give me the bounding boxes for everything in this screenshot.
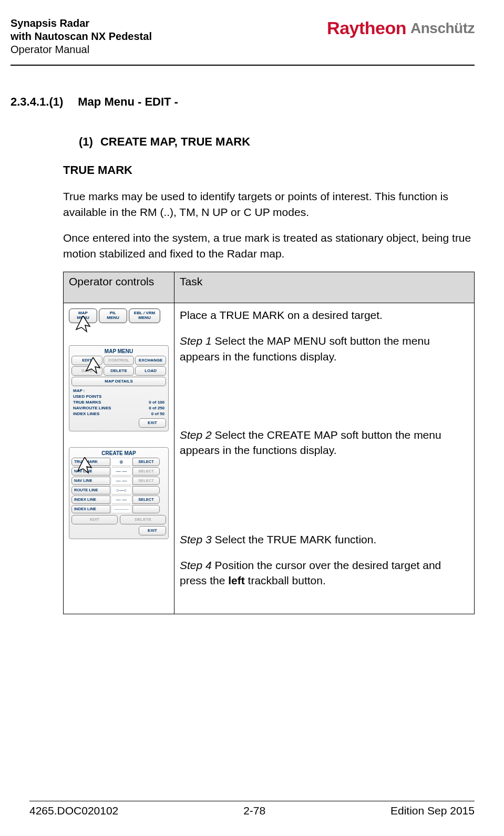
section-number: 2.3.4.1.(1)	[11, 95, 63, 109]
section-heading: 2.3.4.1.(1) Map Menu - EDIT -	[11, 95, 475, 109]
true-mark-select-button[interactable]: SELECT	[132, 458, 160, 466]
svg-marker-2	[78, 457, 91, 473]
step-4-label: Step 4	[180, 559, 212, 571]
nav-line-select-button[interactable]: SELECT	[132, 467, 160, 476]
cell-task: Place a TRUE MARK on a desired target. S…	[174, 303, 475, 614]
header-left: Synapsis Radar with Nautoscan NX Pedesta…	[11, 17, 152, 56]
task-table: Operator controls Task MAP MENU PIL	[63, 272, 475, 614]
ebl-vrm-label-2: MENU	[138, 316, 151, 320]
create-edit-button[interactable]: EDIT	[71, 515, 118, 524]
create-map-title: CREATE MAP	[71, 450, 166, 456]
index-lines-label: INDEX LINES	[73, 411, 99, 416]
index-line-option[interactable]: INDEX LINE	[71, 496, 110, 504]
index-line-select-button[interactable]: SELECT	[132, 496, 160, 504]
footer-page-number: 2-78	[243, 804, 265, 817]
index-line-option-2[interactable]: INDEX LINE	[71, 505, 110, 513]
svg-marker-0	[76, 316, 90, 332]
step-2-label: Step 2	[180, 429, 212, 441]
paragraph-2: Once entered into the system, a true mar…	[11, 230, 475, 262]
nav-line-option-2[interactable]: NAV LINE	[71, 477, 110, 485]
nav-line-symbol-2-icon: — —	[112, 477, 131, 485]
true-marks-value: 0 of 100	[149, 400, 164, 405]
delete-button[interactable]: DELETE	[104, 366, 135, 376]
task-place: Place a TRUE MARK on a desired target.	[180, 307, 469, 323]
doc-subtitle: Operator Manual	[11, 43, 152, 56]
task-step-3: Step 3 Select the TRUE MARK function.	[180, 532, 469, 547]
th-operator-controls: Operator controls	[64, 272, 174, 303]
header-right: Raytheon Anschütz	[327, 17, 475, 38]
true-mark-symbol-icon: ⊕	[112, 458, 131, 466]
footer-doc-id: 4265.DOC020102	[29, 804, 118, 817]
route-line-symbol-icon: ○—○	[112, 486, 131, 494]
ebl-vrm-menu-button[interactable]: EBL / VRM MENU	[129, 308, 160, 323]
step-4-text-b: trackball button.	[245, 574, 326, 586]
index-line-symbol-icon: — —	[112, 496, 131, 504]
route-line-option[interactable]: ROUTE LINE	[71, 486, 110, 494]
map-menu-title: MAP MENU	[71, 348, 166, 354]
route-line-select-button[interactable]	[132, 486, 160, 494]
step-4-bold: left	[228, 574, 245, 586]
nav-route-lines-value: 0 of 250	[149, 406, 164, 410]
cursor-arrow-icon	[75, 316, 91, 333]
paragraph-1: True marks may be used to identify targe…	[11, 189, 475, 221]
index-lines-value: 0 of 50	[151, 411, 164, 416]
brand-anschutz: Anschütz	[410, 20, 475, 37]
doc-title-2: with Nautoscan NX Pedestal	[11, 30, 152, 43]
page-header: Synapsis Radar with Nautoscan NX Pedesta…	[11, 17, 475, 61]
figure-map-menu: MAP MENU EDIT CONTROL EXCHANGE SAVE DELE…	[69, 345, 169, 431]
cell-operator-controls: MAP MENU PIL MENU EBL / VRM MENU	[64, 303, 174, 614]
step-2-text: Select the CREATE MAP soft button the me…	[180, 429, 441, 456]
svg-marker-1	[86, 357, 100, 373]
create-delete-button[interactable]: DELETE	[120, 515, 166, 524]
pil-menu-button[interactable]: PIL MENU	[99, 308, 127, 323]
index-line-symbol-2-icon: ···········	[112, 505, 131, 513]
used-points-label: USED POINTS	[73, 394, 101, 399]
step-1-label: Step 1	[180, 335, 212, 347]
figure-softkeys: MAP MENU PIL MENU EBL / VRM MENU	[69, 308, 169, 323]
nav-line-symbol-icon: — —	[112, 467, 131, 476]
exchange-button[interactable]: EXCHANGE	[135, 356, 166, 365]
step-3-label: Step 3	[180, 533, 212, 545]
exit-button[interactable]: EXIT	[139, 418, 166, 428]
create-exit-button[interactable]: EXIT	[139, 526, 166, 535]
index-line-select-button-2[interactable]	[132, 505, 160, 513]
section-title: Map Menu - EDIT -	[78, 95, 178, 109]
step-1-text: Select the MAP MENU soft button the menu…	[180, 335, 430, 362]
brand-raytheon: Raytheon	[327, 18, 406, 38]
subsection-number: (1)	[79, 135, 93, 149]
th-task: Task	[174, 272, 475, 303]
task-step-2: Step 2 Select the CREATE MAP soft button…	[180, 427, 469, 458]
task-step-4: Step 4 Position the cursor over the desi…	[180, 558, 469, 589]
subsection-title: CREATE MAP, TRUE MARK	[100, 135, 250, 149]
map-label: MAP :	[73, 388, 85, 393]
sub-heading: TRUE MARK	[11, 163, 475, 177]
nav-route-lines-label: NAV/ROUTE LINES	[73, 406, 111, 410]
control-button[interactable]: CONTROL	[104, 356, 135, 365]
step-3-text: Select the TRUE MARK function.	[212, 533, 377, 545]
pil-menu-label-2: MENU	[107, 316, 119, 320]
nav-line-select-button-2[interactable]: SELECT	[132, 477, 160, 485]
page-footer: 4265.DOC020102 2-78 Edition Sep 2015	[29, 801, 475, 817]
load-button[interactable]: LOAD	[135, 366, 166, 376]
doc-title-1: Synapsis Radar	[11, 17, 152, 30]
figure-create-map: CREATE MAP TRUE MARK ⊕ SELECT NAV LINE —…	[69, 447, 169, 539]
task-step-1: Step 1 Select the MAP MENU soft button t…	[180, 333, 469, 364]
map-details-button[interactable]: MAP DETAILS	[71, 377, 166, 386]
footer-edition: Edition Sep 2015	[390, 804, 475, 817]
cursor-arrow-icon	[77, 457, 92, 474]
cursor-arrow-icon	[85, 357, 101, 374]
true-marks-label: TRUE MARKS	[73, 400, 101, 405]
subsection-heading: (1) CREATE MAP, TRUE MARK	[11, 135, 475, 149]
content: 2.3.4.1.(1) Map Menu - EDIT - (1) CREATE…	[11, 66, 475, 614]
